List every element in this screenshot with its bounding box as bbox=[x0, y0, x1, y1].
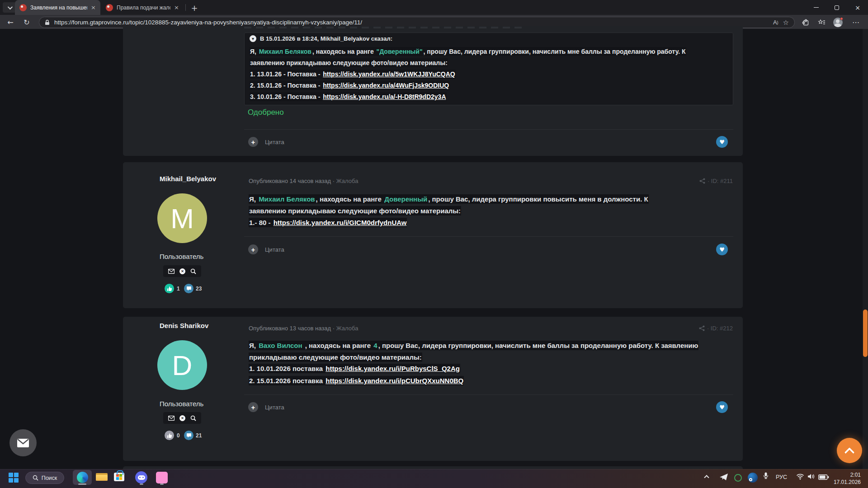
quote-button[interactable]: Цитата bbox=[265, 246, 284, 253]
tray-telegram[interactable] bbox=[719, 473, 728, 481]
tab-separator bbox=[185, 4, 186, 11]
quote-header[interactable]: ▾ В 15.01.2026 в 18:24, Mikhail_Belyakov… bbox=[250, 35, 392, 42]
browser-tab-bar: Заявления на повышения/сняти × Правила п… bbox=[0, 0, 868, 15]
taskbar-search[interactable]: Поиск bbox=[25, 472, 64, 484]
extensions-icon[interactable] bbox=[799, 16, 811, 28]
ignore-user-icon[interactable]: × bbox=[179, 415, 185, 421]
quote-line: заявлению прикладываю следующие фото/вид… bbox=[250, 58, 448, 68]
tab-title: Правила подачи жалоб на учас bbox=[117, 5, 170, 11]
tray-expand-button[interactable] bbox=[705, 474, 708, 478]
divider bbox=[244, 129, 733, 130]
site-favicon bbox=[106, 4, 113, 11]
message-icon[interactable] bbox=[168, 269, 175, 274]
language-indicator[interactable]: РУС bbox=[776, 474, 787, 480]
posts-count: 23 bbox=[196, 286, 202, 292]
message-icon[interactable] bbox=[168, 416, 175, 421]
tab-search-button[interactable] bbox=[3, 2, 16, 13]
scrollbar-thumb[interactable] bbox=[863, 310, 868, 357]
report-link[interactable]: Жалоба bbox=[336, 178, 359, 184]
like-heart-button[interactable]: ♥ bbox=[716, 136, 728, 148]
multiquote-button[interactable]: + bbox=[248, 402, 258, 412]
post-id: · ID: #212 bbox=[669, 325, 733, 332]
microphone-icon bbox=[763, 472, 769, 479]
window-minimize-button[interactable] bbox=[806, 0, 826, 15]
tab-close-icon[interactable]: × bbox=[91, 4, 96, 11]
quote-collapse-icon[interactable]: ▾ bbox=[250, 35, 256, 42]
tab-close-icon[interactable]: × bbox=[174, 4, 179, 11]
steam-icon bbox=[748, 473, 758, 483]
quote-button[interactable]: Цитата bbox=[265, 404, 284, 411]
chevron-down-icon bbox=[8, 4, 13, 9]
like-heart-button[interactable]: ♥ bbox=[716, 244, 728, 255]
author-name[interactable]: Mikhail_Belyakov bbox=[160, 175, 216, 183]
scroll-to-top-button[interactable] bbox=[837, 438, 862, 463]
multiquote-button[interactable]: + bbox=[248, 137, 258, 147]
battery-icon bbox=[818, 474, 829, 480]
report-link[interactable]: Жалоба bbox=[336, 325, 359, 332]
new-tab-button[interactable]: + bbox=[189, 2, 200, 13]
browser-tab-inactive[interactable]: Правила подачи жалоб на учас × bbox=[101, 0, 184, 15]
scrollbar-track[interactable] bbox=[863, 29, 868, 469]
envelope-icon bbox=[17, 438, 29, 448]
browser-menu-button[interactable]: ⋯ bbox=[850, 16, 862, 28]
user-avatar[interactable]: D bbox=[157, 340, 207, 390]
post-meta: Опубликовано 13 часов назад · Жалоба bbox=[249, 325, 358, 332]
quote-button[interactable]: Цитата bbox=[265, 139, 284, 145]
back-button[interactable]: ← bbox=[5, 16, 16, 28]
post-body-line: 1. 10.01.2026 поставка https://disk.yand… bbox=[249, 364, 460, 373]
quote-line: 3. 10.01.26 - Поставка - https://disk.ya… bbox=[250, 92, 447, 102]
divider bbox=[244, 236, 733, 237]
taskbar-store[interactable] bbox=[114, 473, 124, 481]
taskbar-clock[interactable]: 2:01 17.01.2026 bbox=[834, 471, 861, 486]
wifi-indicator[interactable] bbox=[796, 473, 804, 480]
window-maximize-button[interactable] bbox=[826, 0, 847, 15]
post-id-label: · ID: #212 bbox=[707, 325, 733, 332]
taskbar-edge-active[interactable] bbox=[73, 470, 92, 485]
post-timestamp: Опубликовано 14 часов назад · bbox=[249, 178, 335, 184]
telegram-icon bbox=[719, 473, 728, 481]
site-favicon bbox=[19, 4, 27, 11]
find-content-icon[interactable] bbox=[190, 415, 196, 421]
search-icon bbox=[33, 475, 38, 481]
tray-steam[interactable] bbox=[748, 473, 758, 483]
store-icon bbox=[114, 473, 124, 481]
green-ring-icon bbox=[734, 474, 742, 482]
refresh-button[interactable]: ↻ bbox=[21, 16, 33, 28]
user-avatar[interactable]: M bbox=[157, 193, 207, 243]
pink-app-icon bbox=[156, 472, 168, 483]
reputation-icon bbox=[165, 284, 174, 293]
tray-app-green[interactable] bbox=[734, 474, 742, 482]
taskbar-discord[interactable] bbox=[135, 471, 147, 483]
multiquote-button[interactable]: + bbox=[248, 244, 258, 254]
status-approved: Одобрено bbox=[248, 108, 284, 117]
battery-indicator[interactable] bbox=[818, 474, 829, 480]
author-name[interactable]: Denis Sharikov bbox=[160, 322, 208, 329]
start-button[interactable] bbox=[9, 473, 19, 483]
favorites-list-icon[interactable] bbox=[816, 16, 827, 28]
read-aloud-icon[interactable]: A) bbox=[773, 19, 778, 26]
taskbar-file-explorer[interactable] bbox=[96, 471, 108, 483]
favorite-star-icon[interactable]: ☆ bbox=[783, 19, 789, 27]
share-icon[interactable] bbox=[699, 178, 705, 184]
profile-avatar[interactable] bbox=[832, 16, 844, 28]
window-close-button[interactable]: × bbox=[847, 0, 868, 15]
browser-tab-active[interactable]: Заявления на повышения/сняти × bbox=[15, 0, 100, 15]
taskbar-pink-app[interactable] bbox=[156, 472, 168, 483]
like-heart-button[interactable]: ♥ bbox=[716, 401, 728, 413]
post-timestamp: Опубликовано 13 часов назад · bbox=[249, 325, 335, 332]
tray-microphone[interactable] bbox=[763, 472, 769, 479]
clock-date: 17.01.2026 bbox=[834, 479, 861, 486]
reputation-count: 1 bbox=[177, 286, 180, 292]
post-meta: Опубликовано 14 часов назад · Жалоба bbox=[249, 178, 358, 184]
post-card-2 bbox=[123, 162, 743, 308]
messages-fab[interactable] bbox=[9, 429, 37, 456]
volume-indicator[interactable] bbox=[807, 473, 815, 480]
lock-icon bbox=[45, 19, 50, 25]
url-text[interactable]: https://forum.gtaprovince.ru/topic/10288… bbox=[54, 19, 769, 26]
user-role: Пользователь bbox=[160, 253, 203, 260]
find-content-icon[interactable] bbox=[190, 268, 196, 274]
posts-count: 21 bbox=[196, 432, 202, 439]
ignore-user-icon[interactable]: × bbox=[179, 268, 185, 274]
speaker-icon bbox=[807, 473, 815, 480]
share-icon[interactable] bbox=[699, 325, 705, 331]
